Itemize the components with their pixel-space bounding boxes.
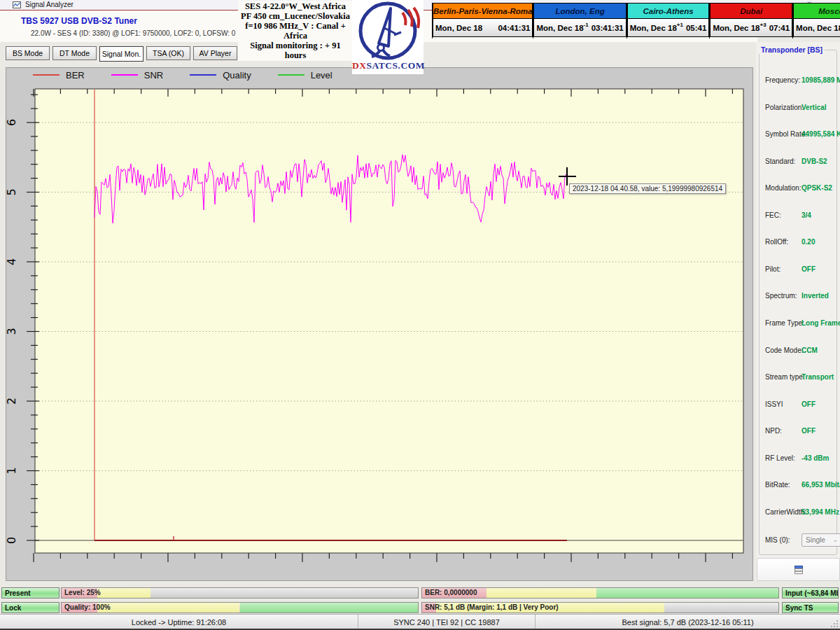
tp-field-label: Standard: xyxy=(765,158,795,165)
tp-field-rolloff-: RollOff:0.20 xyxy=(765,238,838,248)
status-bar: Locked -> Uptime: 91:26:08 SYNC 240 | TE… xyxy=(0,614,840,629)
clock-time-row: Mon, Dec 1804:41:31 xyxy=(433,18,533,37)
tuner-name: TBS 5927 USB DVB-S2 Tuner xyxy=(21,16,137,26)
legend-label-snr: SNR xyxy=(144,70,163,80)
cursor-tooltip: 2023-12-18 04.40.58, value: 5,1999998092… xyxy=(569,183,726,194)
tab-tsa-ok-[interactable]: TSA (OK) xyxy=(146,46,190,60)
legend-line-ber xyxy=(33,74,59,76)
tp-field-spectrum-: Spectrum:Inverted xyxy=(765,292,838,302)
clock-city-label: London, Eng xyxy=(533,3,626,18)
tp-field-label: NPD: xyxy=(765,427,782,435)
bar-segment-yellow xyxy=(97,588,150,598)
tp-field-value: Long Frame xyxy=(802,319,840,327)
tp-field-label: ISSYI xyxy=(765,400,783,408)
tp-field-frequency-: Frequency:10985,889 MHz xyxy=(765,76,838,86)
bar-label: Quality: 100% xyxy=(64,603,111,611)
tp-field-value: OFF xyxy=(802,400,816,408)
tp-field-label: Frequency: xyxy=(765,76,800,84)
legend-label-ber: BER xyxy=(66,70,85,80)
tab-bar: BS ModeDT ModeSignal Mon.TSA (OK)AV Play… xyxy=(6,46,237,62)
satellite-dish-icon xyxy=(352,0,424,62)
status-badge-sync-ts: Sync TS xyxy=(782,602,839,613)
tp-field-bitrate-: BitRate:66,953 Mbit/s xyxy=(765,481,838,491)
tp-field-label: RF Level: xyxy=(765,454,795,462)
world-clock-bar: Berlin-Paris-Vienna-RomaMon, Dec 1804:41… xyxy=(432,3,840,38)
tp-field-label: BitRate: xyxy=(765,481,790,489)
tp-field-frame-type-: Frame Type:Long Frame xyxy=(765,319,838,329)
clock-date: Mon, Dec 18 xyxy=(796,24,840,32)
transponder-action-button[interactable] xyxy=(757,558,840,581)
tab-bs-mode[interactable]: BS Mode xyxy=(6,46,50,60)
tab-dt-mode[interactable]: DT Mode xyxy=(52,46,97,60)
clock-city-label: Cairo-Athens xyxy=(627,3,710,18)
status-best-signal: Best signal: 5,7 dB (2023-12-16 05:11) xyxy=(536,615,840,629)
svg-text:5: 5 xyxy=(6,188,18,195)
clock-moscow: MoscowMon, Dec 18+206:41 xyxy=(793,3,840,38)
logo-text: DXSATCS.COM xyxy=(352,60,424,71)
mis-selected-value: Single xyxy=(806,536,825,544)
tab-signal-mon-[interactable]: Signal Mon. xyxy=(99,46,144,62)
tp-field-label: Modulation: xyxy=(765,184,802,192)
clock-date: Mon, Dec 18 xyxy=(536,24,583,32)
clock-berlin-paris-vienna-roma: Berlin-Paris-Vienna-RomaMon, Dec 1804:41… xyxy=(432,3,533,38)
legend-label-quality: Quality xyxy=(223,70,251,80)
tp-field-label: Polarization: xyxy=(765,104,804,111)
chart-legend: BERSNRQualityLevel xyxy=(33,70,359,80)
tp-field-symbol-rate-: Symbol Rate:44995,584 KS/s xyxy=(765,130,838,140)
tp-field-value: 53,994 MHz xyxy=(802,508,839,516)
status-badge-present: Present xyxy=(1,587,59,598)
tp-field-rf-level-: RF Level:-43 dBm xyxy=(765,454,838,464)
info-line-4: Signal monitoring : + 91 hours xyxy=(239,41,351,60)
dxsatcs-logo: DXSATCS.COM xyxy=(352,0,424,74)
tp-field-label: RollOff: xyxy=(765,238,788,246)
status-sync-counters: SYNC 240 | TEI 92 | CC 19887 xyxy=(358,615,536,629)
status-lock-uptime: Locked -> Uptime: 91:26:08 xyxy=(0,615,358,629)
clock-time: 07:41 xyxy=(769,24,790,32)
tp-field-label: Frame Type: xyxy=(765,319,804,327)
tab-av-player[interactable]: AV Player xyxy=(193,46,237,60)
tp-field-value: 0.20 xyxy=(802,238,815,246)
tp-field-standard-: Standard:DVB-S2 xyxy=(765,158,838,167)
clock-time: 05:41 xyxy=(686,24,706,32)
clock-time-row: Mon, Dec 18+105:41 xyxy=(627,18,710,37)
transponder-panel: Frequency:10985,889 MHzPolarization:Vert… xyxy=(756,42,840,581)
bar-segment-green xyxy=(240,603,419,612)
legend-line-snr xyxy=(111,74,138,76)
tp-field-fec-: FEC:3/4 xyxy=(765,211,838,221)
tp-field-value: 10985,889 MHz xyxy=(802,76,840,84)
tp-field-carrierwidth-: CarrierWidth:53,994 MHz xyxy=(765,508,838,518)
clock-time-row: Mon, Dec 18+307:41 xyxy=(710,18,792,37)
svg-text:0: 0 xyxy=(6,537,18,544)
info-line-2: PF 450 cm_Lucenec/Slovakia xyxy=(239,11,351,21)
tp-field-value: 66,953 Mbit/s xyxy=(802,481,840,489)
tp-field-stream-type-: Stream type:Transport xyxy=(765,373,838,383)
clock-city-label: Moscow xyxy=(793,3,840,18)
resize-grip[interactable] xyxy=(830,620,839,628)
tp-field-value: Transport xyxy=(802,373,834,381)
progress-bar-quality: Quality: 100% xyxy=(61,602,419,613)
mis-dropdown[interactable]: Single⌄ xyxy=(802,533,840,547)
clock-date: Mon, Dec 18 xyxy=(435,24,482,32)
clock-date: Mon, Dec 18 xyxy=(630,24,677,32)
tp-field-code-mode-: Code Mode:CCM xyxy=(765,346,838,356)
info-line-1: SES 4-22.0°W_West Africa xyxy=(239,1,351,11)
clock-time: 03:41:31 xyxy=(592,24,624,32)
window-title: Signal Analyzer xyxy=(25,1,74,8)
signal-chart[interactable]: 0123456 xyxy=(6,67,753,581)
tp-field-modulation-: Modulation:QPSK-S2 xyxy=(765,184,838,194)
clock-time-row: Mon, Dec 18-103:41:31 xyxy=(533,18,626,37)
tp-field-value: 3/4 xyxy=(802,211,811,219)
tp-field-value: Vertical xyxy=(802,104,827,111)
tp-field-issyi: ISSYIOFF xyxy=(765,400,838,410)
status-badge-input-mbps-: Input (~63,84 Mbps) xyxy=(782,587,839,598)
tp-field-label: Stream type: xyxy=(765,373,805,381)
tp-field-value: OFF xyxy=(802,427,816,435)
list-icon xyxy=(793,565,804,575)
progress-bar-snr: SNR: 5,1 dB (Margin: 1,1 dB | Very Poor) xyxy=(421,602,779,613)
tp-field-value: DVB-S2 xyxy=(802,158,827,165)
svg-text:6: 6 xyxy=(6,119,18,126)
legend-line-quality xyxy=(190,74,216,76)
status-badge-lock: Lock xyxy=(1,602,59,613)
tp-field-value: OFF xyxy=(802,265,816,273)
tp-field-npd-: NPD:OFF xyxy=(765,427,838,437)
